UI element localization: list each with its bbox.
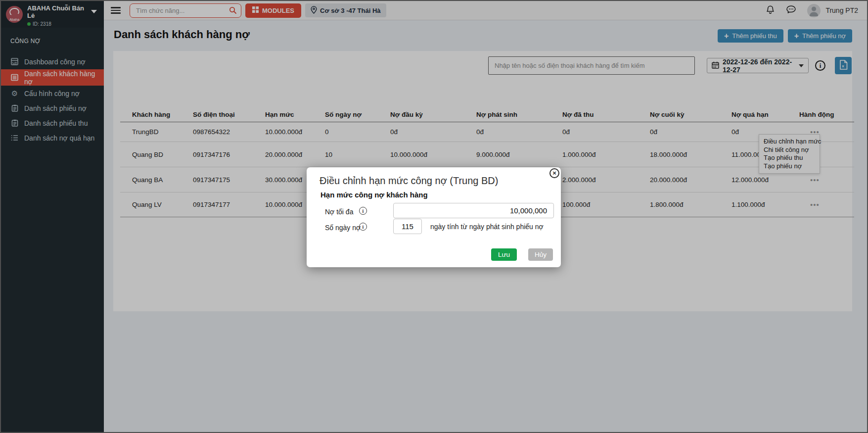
info-icon[interactable]: i — [359, 207, 367, 215]
modal-title: Điều chỉnh hạn mức công nợ (Trung BD) — [320, 175, 498, 187]
adjust-limit-modal: × Điều chỉnh hạn mức công nợ (Trung BD) … — [307, 167, 561, 267]
max-debt-label: Nợ tối đa — [325, 208, 353, 216]
debt-days-suffix: ngày tính từ ngày phát sinh phiếu nợ — [430, 223, 544, 231]
max-debt-input[interactable] — [393, 203, 554, 218]
app-window: Abaha ABAHA Chuỗi BánLẻ ID: 2318 CÔNG NỢ… — [0, 0, 868, 433]
modal-section-heading: Hạn mức công nợ khách hàng — [320, 191, 428, 199]
close-icon[interactable]: × — [549, 168, 559, 178]
save-button[interactable]: Lưu — [491, 248, 517, 261]
info-icon[interactable]: i — [359, 223, 367, 231]
debt-days-label: Số ngày nợ — [325, 224, 361, 232]
debt-days-input[interactable] — [393, 219, 422, 234]
cancel-button[interactable]: Hủy — [528, 248, 553, 261]
